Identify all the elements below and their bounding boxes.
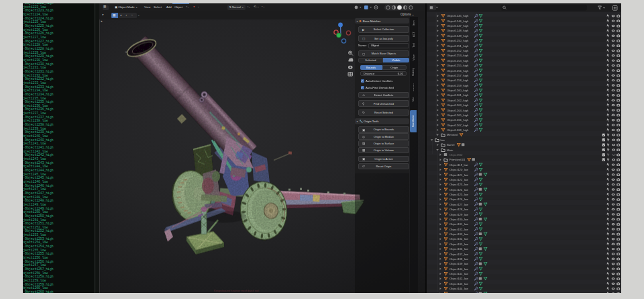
svg-text:Object133_low: Object133_low [449, 232, 469, 236]
svg-text:Object1266_high: Object1266_high [447, 118, 469, 122]
svg-text:Object119_low: Object119_low [449, 163, 469, 166]
svg-text:Object830: Object830 [449, 153, 463, 156]
svg-text:Object1265_high: Object1265_high [447, 113, 469, 116]
svg-text:Object1247_high: Object1247_high [447, 24, 469, 28]
svg-text:Object1250_high: Object1250_high [447, 39, 469, 42]
svg-text:Barrel: Barrel [447, 143, 455, 146]
svg-text:Object1253_high: Object1253_high [447, 54, 469, 57]
svg-text:Object130_low: Object130_low [449, 217, 469, 220]
svg-text:Object1245_high: Object1245_high [447, 14, 469, 17]
svg-text:Object129_low: Object129_low [449, 212, 469, 216]
svg-text:Object137_low: Object137_low [449, 252, 469, 255]
svg-text:Object122_low: Object122_low [449, 177, 469, 181]
svg-text:Object135_low: Object135_low [449, 242, 469, 245]
svg-text:Object143_low: Object143_low [449, 282, 469, 285]
svg-text:Object145_low: Object145_low [449, 292, 469, 293]
svg-text:Mirrored: Mirrored [447, 133, 458, 136]
svg-text:Object1263_high: Object1263_high [447, 103, 469, 107]
svg-text:Primitive001: Primitive001 [449, 158, 466, 161]
svg-text:Object1257_high: Object1257_high [447, 73, 469, 77]
svg-text:Object123_low: Object123_low [449, 183, 469, 186]
svg-text:Main: Main [447, 148, 453, 151]
svg-text:Object126_low: Object126_low [449, 198, 469, 201]
svg-text:Object124_low: Object124_low [449, 187, 469, 191]
svg-text:Object1248_high: Object1248_high [447, 29, 469, 32]
svg-text:Object1249_high: Object1249_high [447, 34, 469, 37]
svg-text:Object1264_high: Object1264_high [447, 108, 469, 112]
svg-text:Object132_low: Object132_low [449, 227, 469, 230]
svg-text:Object125_low: Object125_low [449, 193, 469, 196]
svg-text:Object1262_high: Object1262_high [447, 98, 469, 101]
svg-text:Object140_low: Object140_low [449, 267, 469, 270]
svg-text:Object120_low: Object120_low [449, 168, 469, 171]
svg-text:Object127_low: Object127_low [449, 202, 469, 206]
svg-text:Object1259_high: Object1259_high [447, 83, 469, 87]
svg-text:Object1267_high: Object1267_high [447, 123, 469, 126]
svg-text:Object1258_high: Object1258_high [447, 79, 469, 82]
svg-text:Object131_low: Object131_low [449, 222, 469, 226]
svg-text:Object128_low: Object128_low [449, 208, 469, 211]
svg-text:Object1260_high: Object1260_high [447, 89, 469, 92]
svg-text:Object138_low: Object138_low [449, 257, 469, 260]
svg-text:Object1251_high: Object1251_high [447, 44, 469, 47]
svg-text:Object1256_high: Object1256_high [447, 69, 469, 72]
svg-text:Object141_low: Object141_low [449, 272, 469, 275]
svg-text:Object1255_high: Object1255_high [447, 64, 469, 67]
svg-text:Object144_low: Object144_low [449, 287, 469, 290]
svg-text:Object1268_high: Object1268_high [447, 128, 469, 132]
svg-text:Object1254_high: Object1254_high [447, 58, 469, 62]
svg-text:Object142_low: Object142_low [449, 277, 469, 280]
svg-text:low: low [441, 138, 445, 141]
svg-text:Object1261_high: Object1261_high [447, 93, 469, 97]
svg-text:Object1246_high: Object1246_high [447, 19, 469, 22]
svg-text:Object139_low: Object139_low [449, 262, 469, 265]
svg-text:Object136_low: Object136_low [449, 247, 469, 251]
svg-text:Object134_low: Object134_low [449, 237, 469, 241]
svg-text:Object121_low: Object121_low [449, 173, 469, 176]
svg-text:Object1252_high: Object1252_high [447, 49, 469, 52]
